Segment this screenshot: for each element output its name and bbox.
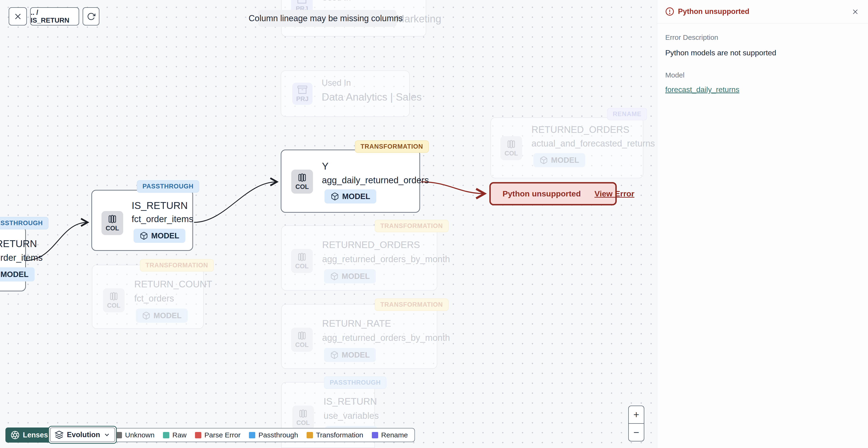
columns-icon <box>297 252 307 262</box>
legend-swatch <box>249 432 255 438</box>
node-subtitle: actual_and_forecasted_returns <box>531 139 655 149</box>
zoom-out-button[interactable]: − <box>629 424 644 441</box>
node-title: IS_RETURN <box>132 200 188 211</box>
column-icon-badge: COL <box>103 288 125 312</box>
node-title: RETURN_RATE <box>322 318 391 329</box>
column-icon-badge: COL <box>291 170 313 193</box>
column-icon-badge: COL <box>500 136 522 160</box>
node-title: Used In <box>322 0 351 3</box>
view-error-link[interactable]: View Error <box>594 189 634 198</box>
cube-icon <box>142 311 151 320</box>
model-link[interactable]: forecast_daily_returns <box>665 85 739 94</box>
column-icon-badge: COL <box>101 211 123 235</box>
breadcrumb[interactable]: .. / IS_RETURN <box>30 7 79 25</box>
panel-header: Python unsupported <box>657 0 868 24</box>
zoom-in-button[interactable]: + <box>629 406 644 424</box>
evolution-label: Evolution <box>67 430 100 439</box>
node-subtitle: fct_order_items <box>0 253 42 263</box>
archive-icon <box>297 0 307 4</box>
error-description-text: Python models are not supported <box>665 49 776 57</box>
legend-item-unknown: Unknown <box>116 431 154 439</box>
lineage-node-return-rate[interactable]: TRANSFORMATION COL RETURN_RATE agg_retur… <box>281 304 437 369</box>
evolution-dropdown-ring: Evolution <box>48 426 117 444</box>
columns-icon <box>109 291 119 301</box>
edge-isreturn-to-y <box>194 182 277 222</box>
node-subtitle: agg_returned_orders_by_month <box>322 333 450 343</box>
lineage-node-isreturn[interactable]: PASSTHROUGH COL IS_RETURN fct_order_item… <box>91 190 193 251</box>
error-node-label: Python unsupported <box>502 189 581 198</box>
close-lineage-button[interactable] <box>9 7 27 25</box>
columns-icon <box>506 139 516 149</box>
edge-y-to-error <box>421 182 485 193</box>
lineage-node-returned-orders[interactable]: TRANSFORMATION COL RETURNED_ORDERS agg_r… <box>281 226 437 291</box>
model-chip[interactable]: MODEL <box>324 269 376 283</box>
lineage-canvas[interactable]: PRJ Used In Data Analytics | Marketing P… <box>0 0 657 448</box>
node-subtitle: fct_order_items <box>132 214 193 224</box>
panel-close-button[interactable] <box>850 7 861 17</box>
close-icon <box>852 8 859 15</box>
legend-swatch <box>307 432 313 438</box>
node-type-badge: TRANSFORMATION <box>375 220 448 232</box>
project-icon-badge: PRJ <box>292 83 312 105</box>
column-icon-badge: COL <box>291 328 313 352</box>
node-subtitle: use_variables <box>323 411 379 421</box>
node-title: Used In <box>322 78 351 88</box>
zoom-controls: + − <box>628 406 644 441</box>
banner-text: Column lineage may be missing columns <box>249 13 403 23</box>
lineage-node-returned-orders-rename[interactable]: RENAME COL RETURNED_ORDERS actual_and_fo… <box>491 117 643 178</box>
lineage-warning-banner: Column lineage may be missing columns <box>258 10 397 27</box>
legend-item-rename: Rename <box>372 431 408 439</box>
legend-item-raw: Raw <box>163 431 186 439</box>
cube-icon <box>140 232 148 240</box>
node-title: Y <box>322 161 329 172</box>
refresh-button[interactable] <box>83 7 99 25</box>
columns-icon <box>297 173 307 183</box>
node-type-badge: RENAME <box>607 108 647 120</box>
evolution-dropdown[interactable]: Evolution <box>50 427 115 442</box>
columns-icon <box>297 331 307 340</box>
node-subtitle: Data Analytics | Sales <box>322 91 422 103</box>
model-chip[interactable]: MODEL <box>0 267 35 281</box>
model-label: Model <box>665 71 685 79</box>
model-chip[interactable]: MODEL <box>136 308 188 323</box>
node-type-badge: PASSTHROUGH <box>0 217 49 230</box>
node-subtitle: fct_orders <box>134 294 174 304</box>
lineage-node-return-count[interactable]: TRANSFORMATION COL RETURN_COUNT fct_orde… <box>92 265 204 329</box>
layers-icon <box>55 430 64 439</box>
node-type-badge: TRANSFORMATION <box>355 140 429 153</box>
columns-icon <box>298 409 308 419</box>
node-subtitle: agg_returned_orders_by_month <box>322 254 450 264</box>
columns-icon <box>107 214 117 224</box>
lineage-node-used-in[interactable]: PRJ Used In Data Analytics | Sales <box>281 70 410 117</box>
legend-item-transformation: Transformation <box>307 431 363 439</box>
legend-item-passthrough: Passthrough <box>249 431 298 439</box>
aperture-icon <box>10 430 20 440</box>
model-chip[interactable]: MODEL <box>133 229 185 243</box>
model-chip[interactable]: MODEL <box>324 348 376 362</box>
node-type-badge: TRANSFORMATION <box>375 298 448 311</box>
cube-icon <box>331 192 339 201</box>
alert-circle-icon <box>665 7 674 16</box>
cube-icon <box>330 272 339 280</box>
model-chip[interactable]: MODEL <box>324 189 376 204</box>
close-icon <box>14 12 22 21</box>
column-icon-badge: COL <box>292 406 314 429</box>
node-title: RETURN_COUNT <box>134 279 212 290</box>
lineage-node-y[interactable]: TRANSFORMATION COL Y agg_daily_returned_… <box>281 150 420 213</box>
cube-icon <box>539 156 548 165</box>
error-detail-panel: Python unsupported Error Description Pyt… <box>657 0 868 448</box>
node-title: RETURNED_ORDERS <box>322 240 420 250</box>
lineage-node-isreturn-upstream[interactable]: PASSTHROUGH COL IS_RETURN fct_order_item… <box>0 227 26 291</box>
legend-swatch <box>163 432 169 438</box>
legend-item-parse-error: Parse Error <box>195 431 241 439</box>
cube-icon <box>330 351 339 359</box>
model-chip[interactable]: MODEL <box>533 153 585 167</box>
error-description-label: Error Description <box>665 33 718 41</box>
node-title: IS_RETURN <box>323 396 377 407</box>
lenses-button[interactable]: Lenses <box>5 427 53 443</box>
error-node-python-unsupported[interactable]: Python unsupported View Error <box>489 182 617 205</box>
refresh-icon <box>87 12 95 21</box>
node-type-badge: TRANSFORMATION <box>140 259 214 272</box>
archive-icon <box>298 85 307 95</box>
chevron-down-icon <box>103 431 111 438</box>
